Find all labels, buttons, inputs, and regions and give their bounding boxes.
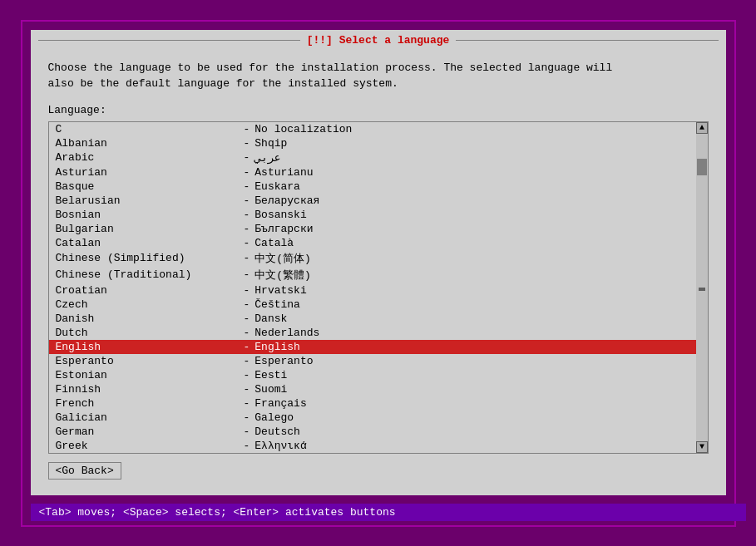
list-item[interactable]: Bosnian-Bosanski — [49, 208, 696, 222]
list-item[interactable]: Arabic-عربي — [49, 150, 696, 165]
list-item[interactable]: French-Français — [49, 396, 696, 411]
description-line2: also be the default language for the ins… — [48, 76, 709, 92]
lang-dash: - — [244, 194, 250, 207]
lang-dash: - — [244, 237, 250, 249]
list-item[interactable]: Dutch-Nederlands — [49, 326, 696, 340]
list-item[interactable]: Chinese (Simplified)-中文(简体) — [49, 250, 696, 267]
lang-native: Bosanski — [254, 209, 306, 221]
list-item[interactable]: Croatian-Hrvatski — [49, 283, 696, 298]
lang-dash: - — [244, 355, 250, 367]
title-bar: [!!] Select a language — [32, 31, 725, 50]
lang-name: Albanian — [56, 137, 239, 150]
scrollbar-thumb[interactable] — [697, 159, 707, 175]
list-item[interactable]: English-English — [49, 340, 696, 354]
lang-dash: - — [244, 252, 250, 264]
list-item[interactable]: Estonian-Eesti — [49, 368, 696, 382]
list-item[interactable]: Bulgarian-Български — [49, 222, 696, 236]
list-item[interactable]: C-No localization — [49, 122, 696, 136]
lang-dash: - — [244, 180, 250, 193]
title-bar-line-left — [38, 40, 300, 41]
lang-name: Basque — [56, 180, 239, 193]
scrollbar-track — [696, 134, 708, 441]
lang-native: Galego — [254, 411, 294, 424]
scrollbar[interactable]: ▲ ▼ — [696, 122, 708, 453]
lang-dash: - — [244, 284, 250, 297]
title-bar-line-right — [456, 40, 718, 41]
scrollbar-mark — [699, 288, 705, 291]
list-item[interactable]: German-Deutsch — [49, 425, 696, 439]
lang-dash: - — [244, 341, 250, 353]
lang-native: Dansk — [254, 312, 287, 325]
dialog-window: [!!] Select a language Choose the langua… — [31, 30, 726, 495]
list-item[interactable]: Asturian-Asturianu — [49, 165, 696, 180]
lang-dash: - — [244, 137, 250, 150]
scrollbar-up-arrow[interactable]: ▲ — [696, 122, 708, 134]
list-item[interactable]: Chinese (Traditional)-中文(繁體) — [49, 267, 696, 283]
lang-name: Finnish — [56, 383, 239, 396]
lang-name: Chinese (Traditional) — [56, 268, 239, 281]
lang-native: 中文(繁體) — [254, 268, 311, 283]
lang-dash: - — [244, 397, 250, 410]
lang-native: Čeština — [254, 298, 300, 311]
lang-name: Galician — [56, 411, 239, 424]
list-item[interactable]: Galician-Galego — [49, 411, 696, 425]
lang-native: Ελληνικά — [254, 440, 306, 452]
lang-dash: - — [244, 425, 250, 438]
description-line1: Choose the language to be used for the i… — [48, 60, 709, 76]
lang-dash: - — [244, 268, 250, 281]
list-item[interactable]: Catalan-Català — [49, 236, 696, 250]
lang-name: Bosnian — [56, 209, 239, 221]
lang-name: Estonian — [56, 369, 239, 381]
lang-name: Asturian — [56, 166, 239, 179]
lang-name: Greek — [56, 440, 239, 452]
lang-name: Bulgarian — [56, 223, 239, 235]
lang-dash: - — [244, 166, 250, 179]
button-row: <Go Back> — [48, 454, 709, 485]
lang-name: Catalan — [56, 237, 239, 249]
lang-native: Беларуская — [254, 194, 319, 207]
list-item[interactable]: Esperanto-Esperanto — [49, 354, 696, 368]
lang-name: English — [56, 341, 239, 353]
lang-dash: - — [244, 440, 250, 452]
lang-name: Chinese (Simplified) — [56, 252, 239, 264]
lang-native: Hrvatski — [254, 284, 306, 297]
list-item[interactable]: Albanian-Shqip — [49, 136, 696, 150]
list-item[interactable]: Finnish-Suomi — [49, 382, 696, 396]
list-item[interactable]: Basque-Euskara — [49, 180, 696, 194]
scrollbar-down-arrow[interactable]: ▼ — [696, 441, 708, 453]
lang-native: Suomi — [254, 383, 287, 396]
lang-dash: - — [244, 369, 250, 381]
lang-name: C — [56, 123, 239, 135]
lang-dash: - — [244, 223, 250, 235]
lang-native: Esperanto — [254, 355, 313, 367]
lang-native: Asturianu — [254, 166, 313, 179]
list-item[interactable]: Czech-Čeština — [49, 298, 696, 312]
lang-dash: - — [244, 123, 250, 135]
status-bar: <Tab> moves; <Space> selects; <Enter> ac… — [31, 504, 746, 521]
lang-native: Nederlands — [254, 327, 319, 339]
lang-native: Français — [254, 397, 306, 410]
lang-name: Czech — [56, 298, 239, 311]
dialog-content: Choose the language to be used for the i… — [32, 50, 725, 494]
go-back-button[interactable]: <Go Back> — [48, 462, 121, 480]
lang-native: Euskara — [254, 180, 300, 193]
language-label: Language: — [48, 104, 709, 116]
list-item[interactable]: Danish-Dansk — [49, 312, 696, 326]
lang-native: No localization — [254, 123, 352, 135]
lang-dash: - — [244, 151, 250, 164]
lang-name: Arabic — [56, 151, 239, 164]
lang-dash: - — [244, 411, 250, 424]
lang-dash: - — [244, 383, 250, 396]
language-list[interactable]: C-No localizationAlbanian-ShqipArabic-عر… — [49, 122, 696, 453]
lang-native: Shqip — [254, 137, 287, 150]
dialog-title: [!!] Select a language — [307, 34, 450, 47]
list-item[interactable]: Greek-Ελληνικά — [49, 439, 696, 453]
lang-name: Danish — [56, 312, 239, 325]
description: Choose the language to be used for the i… — [48, 60, 709, 92]
lang-dash: - — [244, 298, 250, 311]
lang-name: Dutch — [56, 327, 239, 339]
lang-dash: - — [244, 327, 250, 339]
list-item[interactable]: Belarusian-Беларуская — [49, 194, 696, 208]
lang-native: 中文(简体) — [254, 251, 311, 266]
lang-native: عربي — [254, 151, 280, 165]
